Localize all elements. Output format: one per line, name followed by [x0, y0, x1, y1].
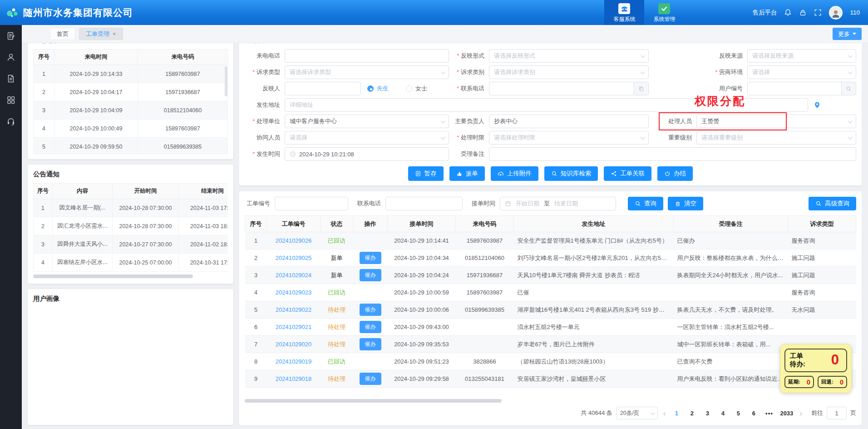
horizontal-scrollbar[interactable]: [245, 399, 856, 403]
finish-button[interactable]: 办结: [657, 166, 693, 181]
header-right: 售后平台 110: [752, 6, 860, 20]
headset-icon[interactable]: [6, 117, 15, 126]
work-order-link[interactable]: 20241029022: [276, 306, 312, 313]
page-number[interactable]: 6: [748, 410, 759, 417]
bell-icon[interactable]: [784, 9, 792, 16]
radio-male[interactable]: 先生: [367, 85, 389, 93]
user-avatar[interactable]: [829, 6, 843, 20]
fullscreen-icon[interactable]: [814, 9, 822, 16]
urge-button[interactable]: 催办: [360, 373, 381, 385]
urge-button[interactable]: 催办: [360, 338, 381, 350]
order-time-cell: 2024-10-29 10:00:59: [388, 284, 456, 301]
urge-button[interactable]: 催办: [360, 269, 381, 281]
order-remark-cell: 用户来电反映：看到小区贴的通知说近期...: [674, 370, 788, 388]
save-draft-button[interactable]: 暂存: [408, 166, 444, 181]
appeal-type-select[interactable]: 请选择诉求类型: [285, 65, 449, 79]
handle-unit-select[interactable]: 城中客户服务中心: [285, 115, 449, 128]
occur-time-picker[interactable]: 2024-10-29 10:21:08: [285, 147, 449, 161]
order-action-cell: [353, 284, 388, 301]
page-number[interactable]: 4: [717, 410, 728, 417]
order-action-cell: 催办: [353, 249, 388, 267]
work-order-link[interactable]: 20241029019: [276, 358, 312, 365]
button-label: 派单: [466, 170, 478, 178]
reflect-source-select[interactable]: 请选择反映来源: [747, 49, 856, 63]
business-env-select[interactable]: 请选择: [747, 65, 856, 79]
notice-row: 3因舜井大道天风小...2024-10-27 07:30:002024-11-0…: [34, 235, 228, 254]
prev-page-button[interactable]: ‹: [661, 409, 668, 417]
work-order-link[interactable]: 20241029023: [276, 289, 312, 296]
order-link-button[interactable]: 工单关联: [604, 166, 651, 181]
app-label: 系统管理: [653, 15, 675, 23]
tab-home[interactable]: 首页: [50, 28, 75, 40]
app-system-admin[interactable]: 系统管理: [644, 0, 684, 25]
lock-icon[interactable]: [799, 9, 807, 16]
goto-page-input[interactable]: [827, 407, 847, 419]
dispatch-button[interactable]: 派单: [449, 166, 485, 181]
manager-input[interactable]: 抄表中心: [489, 115, 649, 128]
total-count: 共 40644 条: [581, 409, 612, 417]
next-page-button[interactable]: ›: [798, 409, 804, 417]
order-id-cell: 20241029023: [267, 284, 321, 301]
selected-value: 王赟赟: [701, 117, 719, 125]
appeal-class-select[interactable]: 请选择诉求类别: [489, 65, 649, 79]
user-no-input[interactable]: [747, 82, 856, 95]
order-type-cell: 施工问题: [788, 249, 856, 267]
user-icon[interactable]: [6, 53, 15, 62]
app-customer-service[interactable]: 客服系统: [604, 0, 644, 25]
remark-input[interactable]: [489, 147, 856, 161]
order-status-cell: 待处理: [321, 336, 353, 353]
work-order-link[interactable]: 20241029026: [276, 237, 312, 244]
close-icon[interactable]: ×: [113, 30, 116, 37]
clear-button[interactable]: 清空: [668, 197, 703, 210]
tab-work-order[interactable]: 工单受理 ×: [79, 28, 123, 40]
handler-select[interactable]: 王赟赟: [696, 115, 856, 128]
work-order-link[interactable]: 20241029025: [276, 254, 312, 261]
order-phone-cell: 3828866: [456, 353, 514, 370]
urge-button[interactable]: 催办: [360, 321, 381, 333]
horizontal-scrollbar[interactable]: [33, 274, 228, 278]
advanced-query-button[interactable]: 高级查询: [809, 197, 856, 210]
todo-float-box[interactable]: 工单待办: 0 延期: 0 回退: 0: [780, 344, 852, 393]
contact-phone-input[interactable]: [489, 82, 649, 95]
page-size-select[interactable]: 20条/页: [616, 407, 658, 419]
vertical-scrollbar[interactable]: [225, 66, 227, 96]
assistant-select[interactable]: 请选择: [285, 131, 449, 145]
page-number[interactable]: 2: [686, 410, 697, 417]
search-user-button[interactable]: [841, 82, 856, 95]
page-number[interactable]: 5: [733, 410, 744, 417]
query-button[interactable]: 查询: [628, 197, 663, 210]
search-phone-input[interactable]: [385, 197, 463, 210]
aftersale-platform-link[interactable]: 售后平台: [752, 9, 777, 17]
chevron-down-icon: [641, 135, 645, 140]
page-number[interactable]: 3: [702, 410, 713, 417]
accept-time-range-picker[interactable]: 开始日期 至 结束日期: [500, 197, 616, 210]
urge-button[interactable]: 催办: [360, 252, 381, 264]
order-status-cell: 待处理: [321, 370, 353, 388]
deadline-select[interactable]: 请选择处理时限: [489, 131, 649, 145]
map-pin-icon[interactable]: [814, 101, 821, 109]
order-no-input[interactable]: [275, 197, 348, 210]
workbench-icon[interactable]: [6, 31, 15, 40]
pages-ellipsis: •••: [764, 410, 774, 417]
work-order-link[interactable]: 20241029021: [276, 324, 312, 330]
priority-select[interactable]: 请选择重要级别: [696, 131, 856, 145]
call-phone-input[interactable]: [285, 49, 449, 63]
urge-button[interactable]: 催办: [360, 304, 381, 316]
cell: 018512104060: [138, 101, 228, 120]
apps-grid-icon[interactable]: [6, 95, 15, 105]
address-input[interactable]: 详细地址: [285, 98, 808, 112]
page-number[interactable]: 1: [671, 410, 682, 417]
work-order-link[interactable]: 20241029024: [276, 272, 312, 279]
work-order-link[interactable]: 20241029018: [276, 375, 312, 382]
copy-button[interactable]: [634, 82, 648, 95]
reflect-form-select[interactable]: 请选择反映形式: [489, 49, 649, 63]
knowledge-search-button[interactable]: 知识库检索: [544, 166, 598, 181]
upload-attachment-button[interactable]: 上传附件: [491, 166, 538, 181]
document-icon[interactable]: [6, 74, 15, 83]
cell: 因舜井大道天风小...: [53, 235, 113, 254]
radio-female[interactable]: 女士: [406, 85, 427, 93]
page-number[interactable]: 2033: [779, 410, 794, 417]
more-button[interactable]: 更多: [833, 28, 862, 40]
work-order-link[interactable]: 20241029020: [276, 341, 312, 348]
reporter-input[interactable]: [285, 82, 361, 95]
